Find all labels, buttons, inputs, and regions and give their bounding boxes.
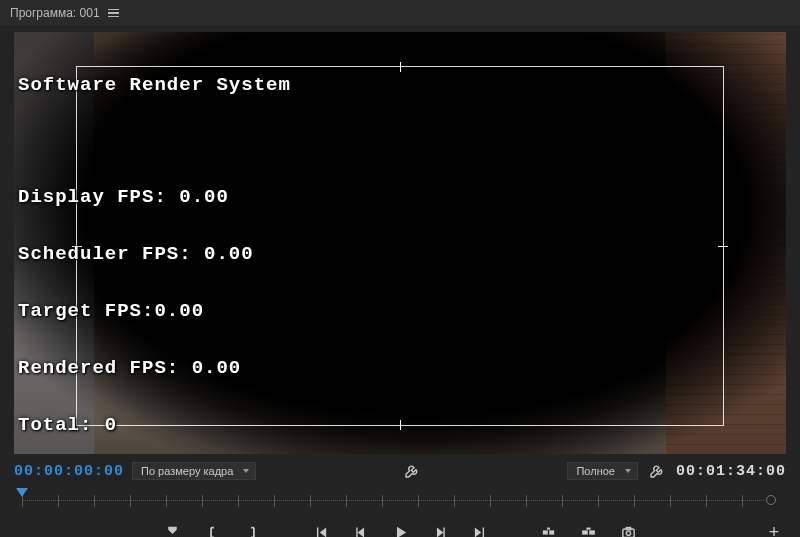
chevron-down-icon xyxy=(243,469,249,473)
svg-rect-0 xyxy=(542,530,547,534)
go-to-in-button[interactable] xyxy=(307,520,333,537)
current-timecode[interactable]: 00:00:00:00 xyxy=(14,463,124,480)
transport-controls: + xyxy=(0,514,800,537)
play-button[interactable] xyxy=(387,520,413,537)
mark-out-bracket-button[interactable] xyxy=(239,520,265,537)
mark-in-button[interactable] xyxy=(159,520,185,537)
chevron-down-icon xyxy=(625,469,631,473)
go-to-out-button[interactable] xyxy=(467,520,493,537)
settings-wrench-icon[interactable] xyxy=(646,460,668,482)
duration-timecode[interactable]: 00:01:34:00 xyxy=(676,463,786,480)
stats-heading: Software Render System xyxy=(16,76,776,95)
svg-rect-5 xyxy=(586,527,590,529)
playhead-icon[interactable] xyxy=(16,488,28,497)
stats-scheduler-fps: Scheduler FPS: 0.00 xyxy=(16,245,776,264)
panel-menu-icon[interactable] xyxy=(108,9,119,18)
render-stats-overlay: Software Render System Display FPS: 0.00… xyxy=(16,38,776,454)
svg-rect-4 xyxy=(589,530,595,534)
panel-title: Программа: 001 xyxy=(10,6,100,20)
stats-target-fps: Target FPS:0.00 xyxy=(16,302,776,321)
resolution-dropdown[interactable]: Полное xyxy=(567,462,638,480)
stats-rendered-fps: Rendered FPS: 0.00 xyxy=(16,359,776,378)
monitor-controls-row: 00:00:00:00 По размеру кадра Полное 00:0… xyxy=(0,454,800,482)
svg-rect-2 xyxy=(547,527,550,529)
step-forward-button[interactable] xyxy=(427,520,453,537)
stats-total: Total: 0 xyxy=(16,416,776,435)
svg-rect-1 xyxy=(549,530,554,534)
timeline-track xyxy=(22,500,764,502)
timeline-end-marker xyxy=(766,495,776,505)
export-frame-button[interactable] xyxy=(615,520,641,537)
stats-display-fps: Display FPS: 0.00 xyxy=(16,188,776,207)
zoom-dropdown-label: По размеру кадра xyxy=(141,465,233,477)
settings-wrench-left-icon[interactable] xyxy=(401,460,423,482)
resolution-dropdown-label: Полное xyxy=(576,465,615,477)
timeline-scrubber[interactable] xyxy=(14,488,786,514)
program-panel-header: Программа: 001 xyxy=(0,0,800,26)
step-back-button[interactable] xyxy=(347,520,373,537)
overwrite-button[interactable] xyxy=(575,520,601,537)
program-monitor[interactable]: Software Render System Display FPS: 0.00… xyxy=(14,32,786,454)
add-button[interactable]: + xyxy=(764,522,784,538)
zoom-dropdown[interactable]: По размеру кадра xyxy=(132,462,256,480)
svg-point-7 xyxy=(626,531,630,535)
insert-button[interactable] xyxy=(535,520,561,537)
svg-rect-3 xyxy=(582,530,588,534)
mark-in-bracket-button[interactable] xyxy=(199,520,225,537)
